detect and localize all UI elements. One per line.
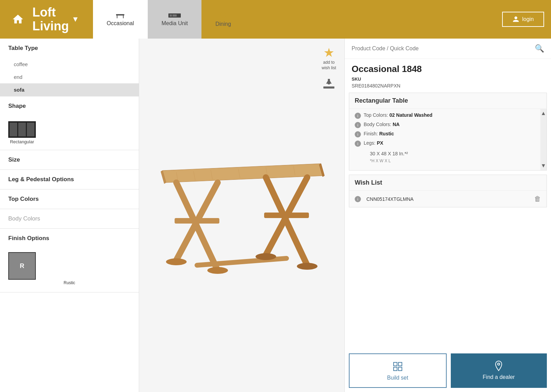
right-panel: 🔍 Occasional 1848 SKU SRE0184802NARPXN R… bbox=[344, 39, 551, 392]
finish-options-section: Finish Options R Rustic bbox=[0, 229, 139, 292]
body-colors-value: NA bbox=[393, 122, 399, 127]
tab-dining-label: Dining bbox=[215, 21, 231, 27]
scrollbar[interactable]: ▲ ▼ bbox=[540, 109, 547, 170]
svg-rect-17 bbox=[264, 213, 309, 218]
info-icon-finish[interactable]: i bbox=[355, 131, 361, 137]
svg-rect-34 bbox=[394, 367, 397, 371]
svg-rect-0 bbox=[116, 14, 124, 16]
shape-rectangular-label: Rectangular bbox=[10, 139, 34, 144]
product-search-bar: 🔍 bbox=[345, 39, 551, 59]
top-colors-value: 02 Natural Washed bbox=[389, 112, 433, 118]
leg-section: Leg & Pedestal Options bbox=[0, 170, 139, 189]
scroll-down-icon[interactable]: ▼ bbox=[539, 161, 548, 170]
sidebar-item-coffee[interactable]: coffee bbox=[0, 58, 139, 71]
build-set-button[interactable]: Build set bbox=[349, 353, 447, 388]
brand-logo[interactable]: Loft Living ▼ bbox=[32, 6, 79, 33]
download-button[interactable] bbox=[322, 76, 336, 93]
main-layout: Table Type coffee end sofa Shape bbox=[0, 39, 551, 392]
product-title: Occasional 1848 bbox=[345, 59, 551, 76]
svg-rect-32 bbox=[394, 362, 397, 366]
tab-occasional-label: Occasional bbox=[107, 20, 134, 27]
detail-row-legs: i Legs: PX bbox=[355, 140, 541, 147]
finish-value: Rustic bbox=[379, 131, 394, 136]
shape-section: Shape Rectangular bbox=[0, 96, 139, 150]
finish-swatch-code: R bbox=[20, 262, 24, 270]
detail-row-body-colors: i Body Colors: NA bbox=[355, 122, 541, 128]
finish-options-header: Finish Options bbox=[0, 229, 139, 248]
home-button[interactable] bbox=[7, 8, 29, 30]
delete-wishlist-item-icon[interactable]: 🗑 bbox=[534, 195, 541, 203]
legs-label: Legs: bbox=[364, 140, 375, 146]
product-card: Rectangular Table i Top Colors: 02 Natur… bbox=[349, 93, 547, 171]
brand-line1: Loft bbox=[32, 5, 56, 19]
add-to-wishlist-button[interactable]: ★ add towish list bbox=[322, 45, 336, 71]
product-image-area: ★ add towish list bbox=[139, 39, 344, 392]
star-icon: ★ bbox=[323, 45, 334, 60]
info-icon-body-colors[interactable]: i bbox=[355, 122, 361, 128]
wish-list-code: CNN05174XTGLMNA bbox=[366, 196, 414, 202]
svg-rect-5 bbox=[173, 14, 177, 17]
product-card-body: i Top Colors: 02 Natural Washed i Body C… bbox=[349, 109, 547, 170]
action-buttons: Build set Find a dealer bbox=[349, 353, 547, 388]
svg-point-19 bbox=[166, 258, 187, 265]
sidebar-item-end[interactable]: end bbox=[0, 71, 139, 83]
body-colors-header: Body Colors bbox=[0, 209, 139, 228]
sku-label: SKU bbox=[345, 76, 551, 82]
product-image bbox=[142, 129, 342, 301]
product-card-title: Rectangular Table bbox=[349, 93, 547, 109]
svg-rect-1 bbox=[117, 16, 117, 18]
legs-value: PX bbox=[377, 140, 383, 146]
svg-rect-2 bbox=[123, 16, 124, 18]
leg-header: Leg & Pedestal Options bbox=[0, 170, 139, 189]
product-code-input[interactable] bbox=[352, 45, 531, 52]
svg-rect-35 bbox=[398, 367, 402, 371]
svg-marker-9 bbox=[163, 164, 324, 183]
info-icon-top-colors[interactable]: i bbox=[355, 113, 361, 119]
info-icon-legs[interactable]: i bbox=[355, 141, 361, 147]
tab-dining[interactable]: Dining bbox=[201, 0, 245, 39]
svg-point-36 bbox=[498, 363, 500, 365]
finish-swatch-name: Rustic bbox=[8, 280, 131, 285]
top-colors-header: Top Colors bbox=[0, 189, 139, 209]
tab-occasional[interactable]: Occasional bbox=[93, 0, 148, 39]
svg-point-6 bbox=[220, 12, 226, 18]
finish-swatch-rustic[interactable]: R bbox=[8, 252, 36, 280]
brand-line2: Living bbox=[32, 19, 69, 33]
svg-rect-33 bbox=[398, 362, 402, 366]
sku-value: SRE0184802NARPXN bbox=[345, 82, 551, 93]
tab-media-unit[interactable]: Media Unit bbox=[148, 0, 201, 39]
shape-thumbnails: Rectangular bbox=[0, 116, 139, 150]
svg-rect-31 bbox=[328, 79, 330, 84]
shape-rectangular-icon bbox=[8, 121, 36, 138]
dimension-note: *H X W X L bbox=[355, 158, 541, 167]
svg-rect-16 bbox=[175, 218, 219, 224]
search-icon[interactable]: 🔍 bbox=[535, 44, 544, 53]
body-colors-label: Body Colors: bbox=[364, 122, 391, 127]
find-dealer-button[interactable]: Find a dealer bbox=[451, 353, 547, 388]
finish-label: Finish: bbox=[364, 131, 378, 136]
download-icon bbox=[322, 76, 336, 90]
wish-list-info-icon[interactable]: i bbox=[355, 196, 361, 202]
scroll-up-icon[interactable]: ▲ bbox=[539, 109, 548, 118]
main-nav: Occasional Media Unit Dining bbox=[93, 0, 245, 39]
wish-list-card: Wish List i CNN05174XTGLMNA 🗑 bbox=[349, 175, 547, 207]
find-dealer-label: Find a dealer bbox=[483, 374, 515, 380]
table-type-section: Table Type coffee end sofa bbox=[0, 39, 139, 96]
find-dealer-icon bbox=[492, 360, 505, 372]
table-type-header: Table Type bbox=[0, 39, 139, 58]
shape-header: Shape bbox=[0, 96, 139, 116]
wishlist-action-label: add towish list bbox=[322, 60, 336, 71]
login-button[interactable]: login bbox=[502, 12, 544, 27]
shape-rectangular[interactable]: Rectangular bbox=[8, 121, 36, 144]
dimension-text: 30 X 48 X 18 In.*² bbox=[355, 149, 541, 158]
sidebar-item-sofa[interactable]: sofa bbox=[0, 83, 139, 96]
brand-chevron-icon: ▼ bbox=[72, 15, 79, 23]
detail-row-top-colors: i Top Colors: 02 Natural Washed bbox=[355, 112, 541, 119]
svg-rect-4 bbox=[170, 14, 172, 17]
detail-row-finish: i Finish: Rustic bbox=[355, 131, 541, 137]
svg-point-21 bbox=[256, 253, 276, 260]
size-section: Size bbox=[0, 150, 139, 170]
finish-options-area: R Rustic bbox=[0, 248, 139, 292]
tab-media-unit-label: Media Unit bbox=[162, 20, 188, 27]
top-colors-label: Top Colors: bbox=[364, 112, 388, 118]
